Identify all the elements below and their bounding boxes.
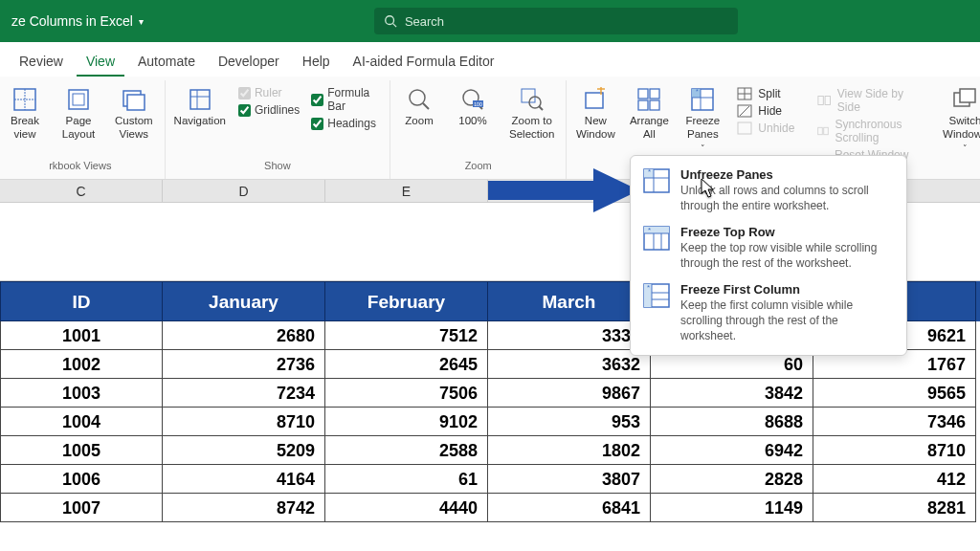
data-cell[interactable]: 4440 xyxy=(325,494,488,522)
label: New Window xyxy=(576,115,615,142)
new-window-icon xyxy=(582,86,609,113)
data-cell[interactable]: 1149 xyxy=(651,494,813,522)
data-cell[interactable]: 1001 xyxy=(0,321,163,350)
data-cell[interactable]: 1004 xyxy=(0,408,163,436)
data-cell[interactable]: 8688 xyxy=(651,408,813,436)
zoom-100-button[interactable]: 100 100% xyxy=(452,84,494,130)
freeze-panes-button[interactable]: * Freeze Panes ˅ xyxy=(681,84,724,156)
unfreeze-panes-item[interactable]: * Unfreeze Panes Unlock all rows and col… xyxy=(636,162,901,219)
tab-help[interactable]: Help xyxy=(293,46,340,77)
data-cell[interactable]: 7234 xyxy=(163,379,325,408)
header-cell[interactable]: ID xyxy=(0,281,163,321)
data-cell[interactable]: 61 xyxy=(325,465,488,494)
data-cell[interactable]: 1007 xyxy=(0,494,163,522)
dropdown-text: Freeze Top Row Keep the top row visible … xyxy=(680,225,895,271)
header-cell[interactable]: February xyxy=(325,281,488,321)
data-cell[interactable]: 1002 xyxy=(0,350,163,379)
data-cell[interactable]: 9867 xyxy=(488,379,651,408)
svg-rect-9 xyxy=(190,90,210,109)
freeze-first-column-item[interactable]: * Freeze First Column Keep the first col… xyxy=(636,276,901,349)
formula-bar-checkbox[interactable]: Formula Bar xyxy=(311,86,382,113)
data-cell[interactable]: 1006 xyxy=(0,465,163,494)
arrange-all-icon xyxy=(635,86,662,113)
search-input[interactable]: Search xyxy=(374,8,738,34)
side-by-side-icon xyxy=(817,94,831,107)
tab-ai-formula[interactable]: AI-aided Formula Editor xyxy=(344,46,504,77)
svg-rect-8 xyxy=(127,95,145,110)
gridlines-check[interactable] xyxy=(238,104,251,117)
page-break-preview-button[interactable]: Break view xyxy=(4,84,46,143)
header-cell[interactable]: January xyxy=(163,281,325,321)
group-show-label: Show xyxy=(173,160,382,175)
data-cell[interactable]: 7346 xyxy=(813,408,976,436)
col-header[interactable]: D xyxy=(163,180,325,202)
data-cell[interactable]: 3332 xyxy=(488,321,651,350)
data-cell[interactable]: 1802 xyxy=(488,436,651,465)
custom-views-button[interactable]: Custom Views xyxy=(111,84,157,143)
hide-button[interactable]: Hide xyxy=(735,103,796,119)
tab-review[interactable]: Review xyxy=(10,46,73,77)
data-cell[interactable]: 4164 xyxy=(163,465,325,494)
data-cell[interactable]: 7506 xyxy=(325,379,488,408)
split-button[interactable]: Split xyxy=(735,86,796,101)
zoom-icon xyxy=(406,86,433,113)
tab-view[interactable]: View xyxy=(77,46,124,77)
formula-bar-check[interactable] xyxy=(311,94,323,106)
data-cell[interactable]: 2645 xyxy=(325,350,488,379)
data-cell[interactable]: 5209 xyxy=(163,436,325,465)
data-cell[interactable]: 9565 xyxy=(813,379,976,408)
unhide-icon xyxy=(737,121,752,135)
col-header[interactable]: C xyxy=(0,180,163,202)
data-cell[interactable]: 8742 xyxy=(163,494,325,522)
zoom-to-selection-button[interactable]: Zoom to Selection xyxy=(505,84,558,143)
workbook-title[interactable]: ze Columns in Excel ▾ xyxy=(11,13,144,29)
switch-windows-button[interactable]: Switch Windows ˅ xyxy=(942,84,980,156)
new-window-button[interactable]: New Window xyxy=(574,84,616,143)
svg-rect-41 xyxy=(818,127,823,135)
svg-rect-26 xyxy=(638,100,648,110)
mouse-cursor xyxy=(701,178,718,203)
data-cell[interactable]: 8710 xyxy=(813,436,976,465)
data-cell[interactable]: 2680 xyxy=(163,321,325,350)
data-cell[interactable]: 2828 xyxy=(651,465,813,494)
data-cell[interactable]: 2736 xyxy=(163,350,325,379)
arrange-all-button[interactable]: Arrange All xyxy=(628,84,670,143)
freeze-first-column-icon: * xyxy=(642,282,671,309)
headings-checkbox[interactable]: Headings xyxy=(311,117,382,130)
headings-check[interactable] xyxy=(311,118,323,130)
data-cell[interactable]: 1003 xyxy=(0,379,163,408)
navigation-button[interactable]: Navigation xyxy=(173,84,227,130)
header-cell[interactable]: March xyxy=(488,281,651,321)
zoom-button[interactable]: Zoom xyxy=(398,84,440,130)
data-cell[interactable]: 7512 xyxy=(325,321,488,350)
data-cell[interactable]: 6841 xyxy=(488,494,651,522)
gridlines-checkbox[interactable]: Gridlines xyxy=(238,103,300,117)
data-cell[interactable]: 953 xyxy=(488,408,651,436)
data-cell[interactable]: 9102 xyxy=(325,408,488,436)
svg-text:100: 100 xyxy=(474,101,482,107)
data-cell[interactable]: 3842 xyxy=(651,379,813,408)
data-cell[interactable]: 1005 xyxy=(0,436,163,465)
tab-automate[interactable]: Automate xyxy=(128,46,205,77)
zoom-to-selection-icon xyxy=(519,86,546,113)
tab-developer[interactable]: Developer xyxy=(209,46,289,77)
data-cell[interactable]: 8281 xyxy=(813,494,976,522)
title-bar: ze Columns in Excel ▾ Search xyxy=(0,0,980,42)
label: Zoom xyxy=(405,115,433,128)
data-cell[interactable]: 2588 xyxy=(325,436,488,465)
data-cell[interactable]: 3807 xyxy=(488,465,651,494)
label: Navigation xyxy=(174,115,226,128)
page-layout-button[interactable]: Page Layout xyxy=(57,84,100,143)
ruler-check[interactable] xyxy=(238,87,251,99)
svg-text:*: * xyxy=(696,88,699,95)
data-cell[interactable]: 6942 xyxy=(651,436,813,465)
data-cell[interactable]: 3632 xyxy=(488,350,651,379)
label: View Side by Side xyxy=(837,87,921,114)
dropdown-title: Freeze Top Row xyxy=(680,225,895,239)
ruler-checkbox[interactable]: Ruler xyxy=(238,86,300,99)
page-layout-icon xyxy=(65,86,92,113)
col-header[interactable]: E xyxy=(325,180,488,202)
freeze-top-row-item[interactable]: * Freeze Top Row Keep the top row visibl… xyxy=(636,219,901,276)
data-cell[interactable]: 8710 xyxy=(163,408,325,436)
data-cell[interactable]: 412 xyxy=(813,465,976,494)
